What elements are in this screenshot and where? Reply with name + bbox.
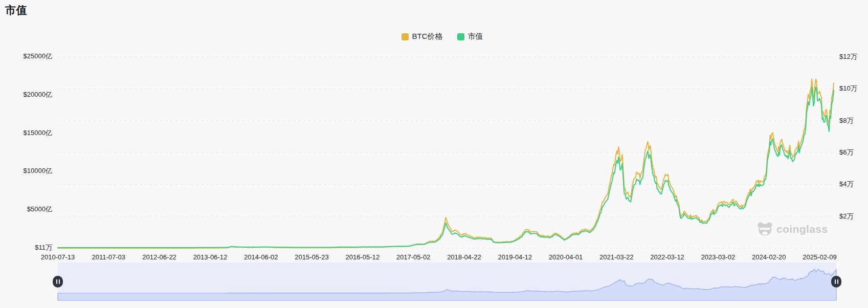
navigator-handle-left[interactable] [53, 276, 63, 288]
navigator-handle-right[interactable] [831, 276, 841, 288]
pause-bars-icon [59, 279, 60, 284]
pause-bars-icon [837, 279, 838, 284]
pause-bars-icon [56, 279, 57, 284]
pause-bars-icon [835, 279, 836, 284]
marketcap-line [58, 87, 834, 248]
main-chart-svg [0, 0, 868, 308]
chart-panel: 市值 BTC价格 市值 $25000亿$20000亿$15000亿$10000亿… [0, 0, 868, 308]
navigator-area[interactable] [58, 269, 836, 300]
